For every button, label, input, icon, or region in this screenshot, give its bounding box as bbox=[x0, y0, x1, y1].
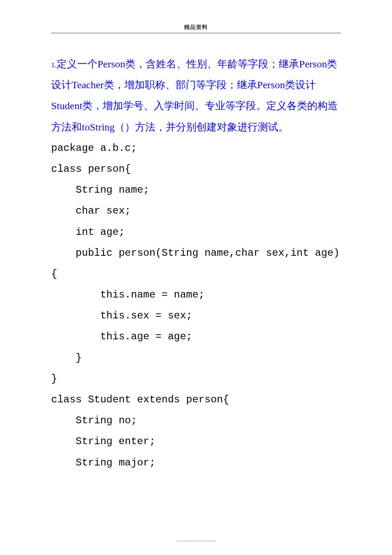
code-line: this.age = age; bbox=[51, 326, 341, 347]
question-block: 1.定义一个Person类，含姓名、性别、年龄等字段；继承Person类设计Te… bbox=[51, 54, 341, 138]
footer-dots: ........................................… bbox=[176, 537, 216, 542]
question-number: 1. bbox=[51, 61, 57, 69]
code-line: public person(String name,char sex,int a… bbox=[51, 243, 341, 284]
code-line: String enter; bbox=[51, 431, 341, 452]
code-line: char sex; bbox=[51, 200, 341, 221]
code-line: String no; bbox=[51, 410, 341, 431]
code-line: class Student extends person{ bbox=[51, 389, 341, 410]
code-line: } bbox=[51, 368, 341, 389]
question-text: 定义一个Person类，含姓名、性别、年龄等字段；继承Person类设计Teac… bbox=[51, 58, 338, 133]
code-line: String major; bbox=[51, 452, 341, 473]
document-content: 1.定义一个Person类，含姓名、性别、年龄等字段；继承Person类设计Te… bbox=[51, 54, 341, 473]
header-title: 精品资料 bbox=[184, 24, 208, 30]
code-line: class person{ bbox=[51, 159, 341, 179]
code-line: String name; bbox=[51, 179, 341, 200]
code-line: this.name = name; bbox=[51, 284, 341, 305]
code-line: int age; bbox=[51, 222, 341, 243]
code-line: } bbox=[51, 347, 341, 368]
page-footer: ........................................… bbox=[0, 537, 392, 542]
page-header: 精品资料 bbox=[51, 23, 341, 33]
code-block: package a.b.c;class person{ String name;… bbox=[51, 138, 341, 473]
code-line: this.sex = sex; bbox=[51, 305, 341, 326]
document-page: 精品资料 1.定义一个Person类，含姓名、性别、年龄等字段；继承Person… bbox=[0, 0, 392, 555]
code-line: package a.b.c; bbox=[51, 138, 341, 159]
